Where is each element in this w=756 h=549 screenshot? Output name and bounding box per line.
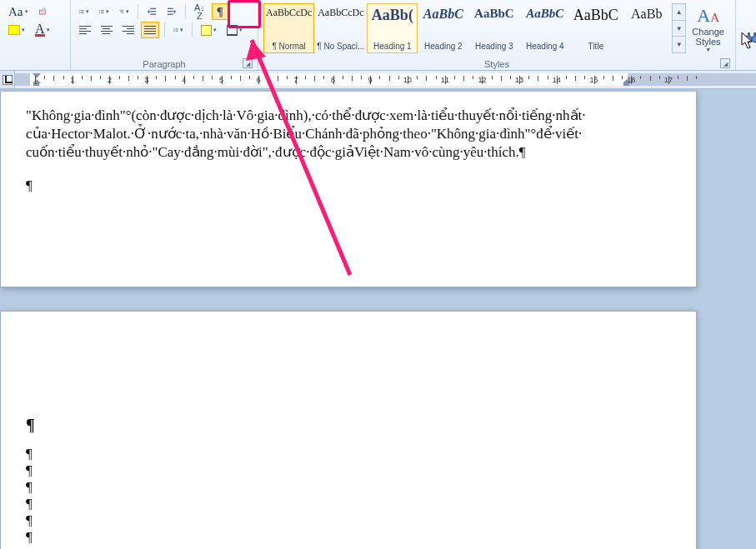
align-center-button[interactable] [98,22,116,38]
bullets-icon [79,9,84,14]
svg-rect-8 [101,10,103,11]
paragraph-mark[interactable]: ¶ [26,528,679,547]
align-left-button[interactable] [76,22,94,38]
bullets-button[interactable] [76,3,93,20]
styles-dialog-launcher[interactable]: ◢ [720,58,730,68]
svg-rect-22 [176,28,178,29]
highlight-button[interactable] [5,22,28,38]
multilevel-list-button[interactable] [116,3,133,20]
change-case-button[interactable]: Aa [5,3,32,20]
ruler-number: 9 [368,76,373,84]
style-item--normal[interactable]: AaBbCcDc¶ Normal [263,3,314,53]
find-button[interactable] [741,27,756,47]
decrease-indent-icon [147,7,157,17]
increase-indent-button[interactable] [163,3,180,20]
ruler-number: 6 [257,76,261,84]
svg-point-3 [79,11,80,12]
paragraph-mark[interactable]: ¶ [26,512,679,530]
horizontal-ruler[interactable]: 1234567891011121314151617 [15,73,756,86]
style-preview: AaBbCcDc [318,7,363,19]
svg-rect-2 [81,10,83,11]
hanging-indent-marker[interactable] [33,79,40,86]
style-name-label: ¶ Normal [272,42,305,51]
styles-scroll: ▲ ▼ ▼ [672,3,686,53]
style-item-item7[interactable]: AaBb [621,3,672,53]
ruler-number: 8 [331,76,335,84]
style-item-heading-1[interactable]: AaBb(Heading 1 [367,3,418,53]
align-left-icon [79,26,91,35]
svg-rect-19 [168,8,173,9]
style-name-label: ¶ No Spaci... [317,42,364,51]
ruler-number: 4 [182,76,186,84]
style-name-label: Heading 2 [424,42,463,51]
borders-button[interactable] [223,22,246,38]
svg-point-25 [745,36,752,42]
document-area: "Không·gia·đình"°(còn·được·dịch·là·Vô·gi… [0,89,756,549]
paragraph-text[interactable]: "Không·gia·đình"°(còn·được·dịch·là·Vô·gi… [26,107,679,162]
font-color-icon: A [35,24,45,37]
svg-rect-17 [150,11,156,12]
styles-row-down[interactable]: ▼ [672,20,686,37]
style-name-label: Heading 3 [475,42,513,51]
styles-more-button[interactable]: ▼ [672,36,686,53]
ruler-number: 14 [553,76,561,84]
paragraph-mark[interactable]: ¶ [26,478,679,497]
decrease-indent-button[interactable] [143,3,160,20]
change-styles-icon: AA [697,5,719,27]
ribbon: Aa A 123 [0,0,756,71]
style-item-title[interactable]: AaBbCTitle [570,3,621,53]
ruler-number: 10 [403,76,412,84]
style-item-heading-2[interactable]: AaBbCHeading 2 [418,3,468,53]
numbering-button[interactable]: 123 [96,3,113,20]
ruler-number: 16 [627,76,635,84]
ruler-number: 2 [108,76,112,84]
style-item-heading-4[interactable]: AaBbCHeading 4 [519,3,570,53]
change-styles-button[interactable]: AA Change Styles ▼ [686,3,730,53]
text-line: của·Hector·Malot.·Ở·nước·ta,·nhà·văn·Hồ·… [26,125,679,143]
styles-group: AaBbCcDc¶ NormalAaBbCcDc¶ No Spaci...AaB… [258,0,736,70]
ruler-number: 3 [145,76,149,84]
paragraph-mark[interactable]: ¶ [26,462,679,480]
svg-text:3: 3 [99,12,101,14]
styles-gallery: AaBbCcDc¶ NormalAaBbCcDc¶ No Spaci...AaB… [263,3,730,53]
numbering-icon: 123 [99,9,104,14]
change-case-icon: Aa [8,5,23,19]
styles-group-label: Styles ◢ [263,57,730,69]
tab-selector[interactable] [0,71,15,88]
highlight-icon [8,25,20,35]
align-right-icon [123,26,134,35]
style-item--no-spaci-[interactable]: AaBbCcDc¶ No Spaci... [314,3,367,53]
increase-indent-icon [167,7,177,17]
paragraph-mark[interactable]: ¶ [26,445,679,463]
show-hide-button[interactable]: ¶ [212,3,228,20]
sort-button[interactable]: A↓Z [191,3,208,20]
svg-rect-23 [176,30,178,31]
sort-icon: A↓Z [194,3,205,20]
justify-button[interactable] [141,22,159,38]
style-item-heading-3[interactable]: AaBbCHeading 3 [468,3,519,53]
shading-button[interactable] [198,22,220,38]
page-2[interactable]: ¶ ¶ ¶ ¶ ¶ ¶ ¶ [0,311,697,549]
align-right-button[interactable] [119,22,138,38]
svg-rect-24 [176,31,178,32]
font-color-button[interactable]: A [32,22,53,38]
text-line: "Không·gia·đình"°(còn·được·dịch·là·Vô·gi… [26,107,679,125]
svg-rect-21 [168,14,173,15]
change-styles-label: Change Styles [692,27,724,47]
svg-rect-10 [101,12,103,12]
clear-formatting-button[interactable] [35,3,52,20]
line-spacing-button[interactable] [170,22,187,38]
paragraph-mark[interactable]: ¶ [26,416,679,434]
svg-point-5 [79,12,80,13]
page-1[interactable]: "Không·gia·đình"°(còn·được·dịch·là·Vô·gi… [0,92,697,287]
paragraph-dialog-launcher[interactable]: ◢ [243,58,253,68]
styles-row-up[interactable]: ▲ [672,3,686,20]
paragraph-mark[interactable]: ¶ [26,495,679,513]
shading-icon [201,25,212,36]
paragraph-mark[interactable]: ¶ [26,177,679,195]
svg-rect-6 [81,12,83,13]
borders-icon [227,25,238,36]
first-line-indent-marker[interactable] [33,73,41,78]
justify-icon [144,26,156,35]
separator [185,4,186,19]
